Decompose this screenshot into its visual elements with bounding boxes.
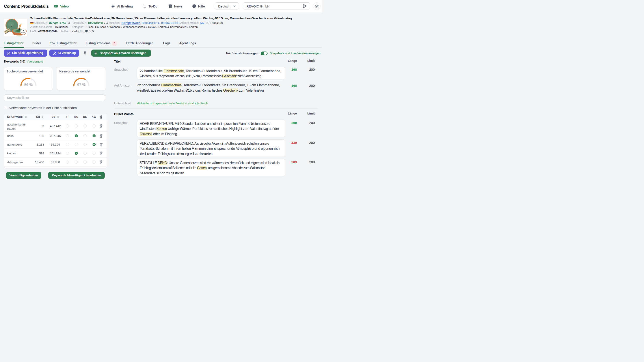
- svg-text:2: 2: [23, 29, 24, 32]
- svg-text:STÜCK: STÜCK: [21, 32, 26, 33]
- svg-text:a: a: [94, 51, 96, 54]
